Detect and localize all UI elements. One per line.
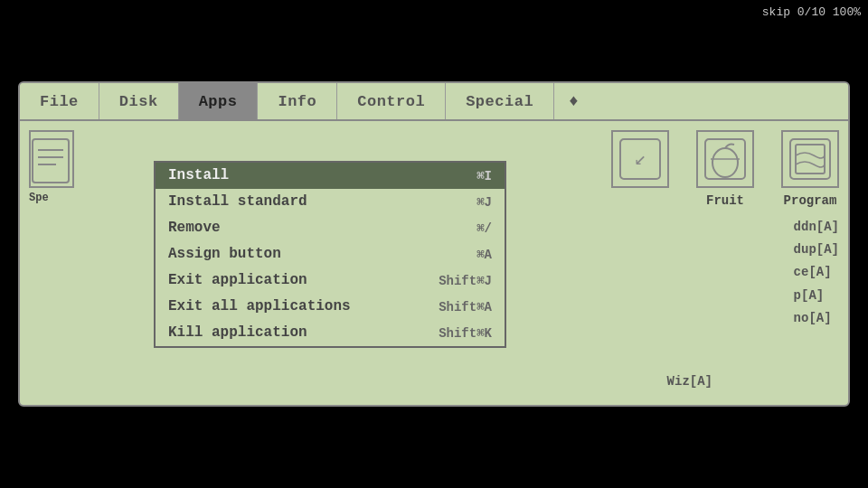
dropdown-item-install-standard-shortcut: ⌘J [476, 194, 492, 210]
dropdown-item-exit-all-applications[interactable]: Exit all applications Shift⌘A [156, 294, 505, 320]
fruit-icon-svg [702, 136, 749, 183]
program-icon-svg [787, 136, 834, 183]
dropdown-item-kill-application[interactable]: Kill application Shift⌘K [156, 320, 505, 346]
desktop-window: File Disk Apps Info Control Special ♦ Sp… [18, 81, 850, 407]
menu-apps[interactable]: Apps [179, 83, 259, 119]
svg-rect-10 [796, 145, 825, 174]
dropdown-item-exit-all-applications-label: Exit all applications [168, 298, 351, 314]
dropdown-item-kill-application-label: Kill application [168, 324, 307, 341]
menubar: File Disk Apps Info Control Special ♦ [20, 83, 848, 121]
svg-rect-0 [33, 139, 69, 183]
dropdown-item-remove-label: Remove [168, 220, 221, 236]
list-items: ddn[A] dup[A] ce[A] p[A] no[A] [794, 216, 839, 330]
dropdown-item-exit-application-shortcut: Shift⌘J [439, 273, 492, 288]
list-item-dup: dup[A] [794, 239, 839, 261]
menu-file[interactable]: File [20, 83, 99, 119]
dropdown-item-exit-application[interactable]: Exit application Shift⌘J [156, 267, 505, 294]
desktop-icon-fruit[interactable]: Fruit [696, 130, 754, 208]
dropdown-item-assign-button-shortcut: ⌘A [476, 247, 492, 262]
svg-point-7 [712, 148, 738, 177]
desktop-content: Spe Install ⌘I Install standard ⌘J Remov… [20, 121, 848, 405]
dropdown-item-install-label: Install [168, 167, 229, 183]
dropdown-item-remove[interactable]: Remove ⌘/ [156, 215, 505, 241]
wiz-label: Wiz[A] [667, 374, 712, 389]
left-partial-icon: Spe [29, 130, 74, 204]
dropdown-item-assign-button-label: Assign button [168, 246, 281, 262]
partial-icon-label: Spe [29, 192, 74, 204]
desktop-icon-program-label: Program [784, 193, 837, 208]
menu-info[interactable]: Info [258, 83, 337, 119]
menu-control[interactable]: Control [337, 83, 446, 119]
dropdown-item-remove-shortcut: ⌘/ [476, 221, 492, 236]
svg-text:↙: ↙ [634, 148, 646, 171]
dropdown-item-install-standard[interactable]: Install standard ⌘J [156, 189, 505, 215]
dropdown-item-kill-application-shortcut: Shift⌘K [439, 325, 492, 341]
dropdown-item-install-standard-label: Install standard [168, 193, 307, 210]
partial-icon-svg [31, 132, 74, 188]
desktop-icon-program-img [781, 130, 839, 188]
desktop-icon-fruit-label: Fruit [706, 193, 744, 208]
skip-label: skip 0/10 100% [762, 5, 861, 19]
list-item-ce: ce[A] [794, 261, 839, 284]
dropdown-item-install-shortcut: ⌘I [476, 168, 492, 183]
menu-diamond[interactable]: ♦ [554, 83, 593, 119]
icon-area: ↙ Fruit [611, 130, 839, 208]
list-item-p: p[A] [794, 285, 839, 307]
desktop-icon-unknown-img: ↙ [611, 130, 669, 188]
desktop-icon-unknown[interactable]: ↙ [611, 130, 669, 188]
menu-disk[interactable]: Disk [99, 83, 179, 119]
list-item-ddn: ddn[A] [794, 216, 839, 239]
desktop-icon-program[interactable]: Program [781, 130, 839, 208]
partial-icon-img [29, 130, 74, 188]
menu-special[interactable]: Special [446, 83, 554, 119]
dropdown-item-assign-button[interactable]: Assign button ⌘A [156, 241, 505, 267]
desktop-icon-fruit-img [696, 130, 754, 188]
apps-dropdown: Install ⌘I Install standard ⌘J Remove ⌘/… [154, 161, 506, 348]
dropdown-item-install[interactable]: Install ⌘I [156, 163, 505, 189]
list-item-no: no[A] [794, 307, 839, 330]
dropdown-item-exit-all-applications-shortcut: Shift⌘A [439, 299, 492, 314]
dropdown-item-exit-application-label: Exit application [168, 272, 307, 288]
unknown-icon-svg: ↙ [617, 136, 664, 183]
